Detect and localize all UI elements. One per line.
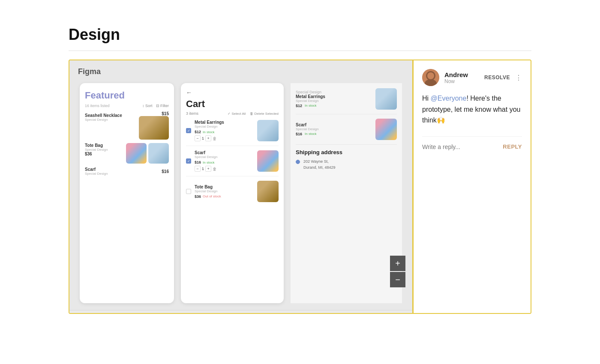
address-radio[interactable] [296, 160, 300, 164]
tote-img-bg [139, 116, 169, 140]
ext-scarf-name: Scarf [296, 122, 372, 127]
earrings-thumb [148, 143, 169, 164]
sort-label[interactable]: ↕ Sort [142, 104, 153, 108]
trash-scarf[interactable]: 🗑 [213, 167, 217, 171]
cart-meta: 3 items ✓ Select All 🗑 Delete Selected [186, 111, 279, 116]
scarf-row: Scarf Special Design $16 [85, 167, 169, 176]
product-row-2: Tote Bag Special Design $36 [85, 143, 169, 164]
tote-stock: Out of stock [203, 194, 221, 198]
cart-title: Cart [186, 98, 279, 110]
tote-item-name: Tote Bag [195, 185, 254, 189]
ext-earrings-price-row: $12 In stock [296, 104, 372, 108]
necklace-info: Seashell Necklace Special Design [85, 111, 136, 140]
phone-mockup-cart: ← Cart 3 items ✓ Select All 🗑 Delete Sel… [181, 83, 284, 303]
extended-panel: Special Design Metal Earrings Special De… [291, 83, 402, 303]
address-row: 202 Wayne St, Durand, MI, 48429 [296, 159, 397, 170]
comment-mention[interactable]: @Everyone [431, 95, 467, 102]
necklace-name: Seashell Necklace [85, 113, 136, 118]
select-all-btn[interactable]: ✓ Select All [228, 112, 246, 116]
cart-items-count: 3 items [186, 111, 198, 116]
ext-earrings-price: $12 [296, 104, 302, 108]
qty-minus-earrings[interactable]: − [195, 135, 201, 141]
phone-mockup-featured: Featured 16 items listed ↕ Sort ⊟ Filter… [80, 83, 174, 303]
ext-earrings-pre-label: Special Design [296, 90, 372, 94]
shipping-section: Shipping address 202 Wayne St, Durand, M… [296, 149, 397, 170]
reply-input[interactable] [422, 143, 498, 150]
scarf-cart-price: $16 [195, 160, 201, 164]
ext-earrings-stock: In stock [305, 104, 317, 108]
ext-earrings-sub: Special Design [296, 99, 372, 103]
earrings-item-name: Metal Earrings [195, 120, 254, 125]
qty-num-scarf: 1 [202, 167, 204, 171]
shipping-address-text: 202 Wayne St, Durand, MI, 48429 [303, 159, 336, 170]
zoom-out-button[interactable]: − [390, 272, 405, 287]
ext-item-earrings: Special Design Metal Earrings Special De… [296, 88, 397, 114]
check-mark: ✓ [187, 129, 190, 133]
tote-image [139, 116, 169, 140]
scarf-cart-img-bg [257, 150, 279, 172]
canvas-content: Featured 16 items listed ↕ Sort ⊟ Filter… [69, 83, 412, 310]
necklace-sub: Special Design [85, 118, 136, 122]
comment-header: Andrew Now RESOLVE ⋮ [422, 69, 522, 86]
tote-sub: Special Design [85, 148, 123, 152]
qty-num-earrings: 1 [202, 136, 204, 140]
cart-check-scarf[interactable]: ✓ [186, 158, 191, 164]
delete-selected-btn[interactable]: 🗑 Delete Selected [250, 112, 279, 116]
ext-earrings-details: Special Design Metal Earrings Special De… [296, 90, 372, 108]
page-divider [69, 51, 531, 51]
necklace-price-img: $15 [139, 111, 169, 140]
scarf-item-name: Scarf [195, 150, 254, 155]
trash-earrings[interactable]: 🗑 [213, 136, 217, 141]
tote-cart-img-bg [257, 181, 279, 202]
resolve-button[interactable]: RESOLVE [484, 75, 510, 81]
figma-bottom-bar: Mobile Credit Card Check Out (Community)… [69, 310, 412, 314]
tote-price: $36 [85, 152, 123, 156]
ext-earrings-img-bg [375, 88, 397, 110]
earrings-item-sub: Special Design [195, 125, 254, 128]
ext-scarf-img-bg [375, 119, 397, 140]
address-line1: 202 Wayne St, [303, 159, 336, 165]
items-count-label: 16 items listed [85, 104, 110, 108]
back-arrow[interactable]: ← [186, 89, 279, 96]
qty-plus-earrings[interactable]: + [205, 135, 211, 141]
qty-plus-scarf[interactable]: + [205, 166, 211, 172]
cart-item-tote: Tote Bag Special Design $36 Out of stock [186, 181, 279, 206]
necklace-price: $15 [139, 111, 169, 116]
cart-item-scarf: ✓ Scarf Special Design $16 In stock − [186, 150, 279, 176]
cart-actions: ✓ Select All 🗑 Delete Selected [228, 112, 279, 116]
tote-cart-price: $36 [195, 194, 201, 199]
scarf-details: Scarf Special Design $16 In stock − 1 + … [195, 150, 254, 172]
earrings-details: Metal Earrings Special Design $12 In sto… [195, 120, 254, 141]
comment-panel: Andrew Now RESOLVE ⋮ Hi @Everyone! Here'… [412, 60, 531, 313]
scarf-qty: − 1 + 🗑 [195, 166, 254, 172]
filter-label[interactable]: ⊟ Filter [156, 104, 169, 108]
ext-earrings-img [375, 88, 397, 110]
cart-check-earrings[interactable]: ✓ [186, 128, 191, 133]
earrings-cart-img-bg [257, 120, 279, 141]
zoom-in-button[interactable]: + [390, 256, 405, 271]
earrings-price-row: $12 In stock [195, 130, 254, 134]
ext-scarf-stock: In stock [305, 132, 317, 136]
scarf-item-sub: Special Design [195, 155, 254, 159]
comment-text-before: Hi [422, 95, 431, 102]
img-pair [126, 143, 169, 164]
qty-minus-scarf[interactable]: − [195, 166, 201, 172]
comment-body: Hi @Everyone! Here's the prototype, let … [422, 93, 522, 126]
cart-item-earrings: ✓ Metal Earrings Special Design $12 In s… [186, 120, 279, 146]
ext-scarf-img [375, 119, 397, 140]
featured-title: Featured [85, 90, 169, 101]
avatar [422, 69, 439, 86]
page-title: Design [69, 26, 531, 44]
more-options-button[interactable]: ⋮ [515, 74, 522, 82]
ext-item-scarf: Scarf Special Design $16 In stock [296, 119, 397, 145]
scarf-info: Scarf Special Design [85, 167, 108, 176]
scarf-name: Scarf [85, 167, 108, 172]
reply-button[interactable]: REPLY [503, 143, 522, 150]
earrings-price: $12 [195, 130, 201, 134]
scarf-earrings-pair [126, 143, 169, 164]
scarf-sub: Special Design [85, 172, 108, 176]
tote-details: Tote Bag Special Design $36 Out of stock [195, 185, 254, 199]
cart-check-tote[interactable] [186, 189, 191, 194]
earrings-stock: In stock [203, 130, 215, 134]
ext-scarf-price: $16 [296, 132, 302, 136]
